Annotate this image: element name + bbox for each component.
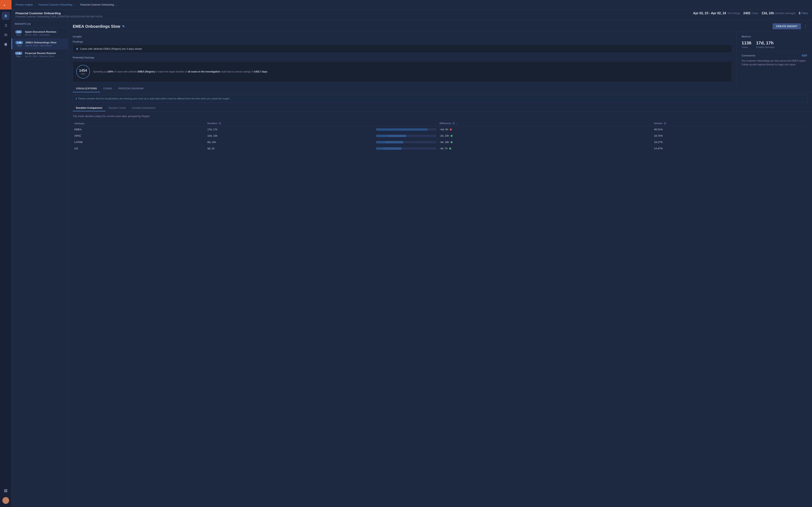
finding-text: Cases with attribute EMEA (Region) are 4…	[80, 47, 142, 50]
cases-stat: 2402 Cases	[744, 11, 758, 15]
tab-cases[interactable]: CASES	[100, 85, 115, 92]
metrics-label: Metrics	[742, 35, 807, 38]
table-header: Attribute Duration ⓘ Difference ⓘ ↓	[73, 121, 807, 126]
savings-box: 1454 days Speeding up 100% of cases with…	[73, 61, 732, 82]
insight-section: Insight Findings Cases with attribute EM…	[68, 32, 737, 85]
volume-info-icon: ⓘ	[664, 122, 666, 125]
table-row: LATAM 8d, 14h -4d, 19h 18.27%	[73, 139, 807, 146]
cell-bar	[374, 139, 438, 146]
insight-info-spain: Spain Document Reviews Apr 02, 2024 · Jo…	[25, 30, 56, 36]
breadcrumb-sep-1: ›	[35, 3, 36, 6]
cases-value: 2402	[744, 11, 751, 15]
filters-value: 3	[799, 11, 800, 15]
insight-meta-emea: Apr 02, 2024 · Sam Knecht	[26, 44, 56, 47]
appian-logo[interactable]: a	[0, 0, 11, 9]
create-insight-button[interactable]: CREATE INSIGHT	[772, 23, 801, 29]
time-range-stat: Apr 02, 23 - Apr 02, 24 Time Range	[693, 11, 740, 15]
filters-label[interactable]: Filters	[802, 12, 808, 15]
insight-badge-spain: 115 Days	[15, 30, 22, 36]
info-bar: ℹ Please consider that the visualization…	[73, 95, 807, 102]
sort-icon[interactable]: ↓	[456, 122, 458, 125]
cell-volume: 18.74%	[652, 133, 807, 139]
insight-item-emea[interactable]: 1.4k Days EMEA Onboardings Slow Apr 02, …	[11, 39, 68, 49]
findings-box: Cases with attribute EMEA (Region) are 4…	[73, 45, 732, 53]
duration-info-icon: ⓘ	[219, 122, 221, 125]
insight-badge-num-emea: 1.4k	[15, 41, 23, 44]
insight-name-spain: Spain Document Reviews	[25, 30, 56, 33]
cell-bar	[374, 133, 438, 139]
insight-detail-title: EMEA Onboardings Slow ✎	[73, 24, 125, 29]
shield-icon[interactable]	[2, 40, 10, 48]
metric-cases-label: Cases	[742, 46, 751, 48]
comment-text: Our customer onboardings are slow across…	[742, 59, 807, 66]
chart-area: The mean duration (days) for current cas…	[68, 112, 812, 507]
page-title: Financial Customer Onboarding	[15, 11, 102, 15]
insight-badge-unit-emea: Days	[17, 45, 21, 47]
tab-process-diagram[interactable]: PROCESS DIAGRAM	[115, 85, 147, 92]
finding-dot	[76, 48, 78, 50]
filters-stat: 3 Filters	[799, 11, 808, 15]
col-volume: Volume ⓘ	[652, 121, 807, 126]
duration-comparison-table: Attribute Duration ⓘ Difference ⓘ ↓	[73, 121, 807, 152]
duration-value: 13d, 10h	[761, 11, 774, 15]
viz-tab-duration-trend[interactable]: Duration Trend	[105, 105, 129, 111]
cell-duration: 10d, 10h	[206, 133, 374, 139]
insights-header: INSIGHTS (3)	[11, 20, 68, 28]
savings-days-unit: days	[81, 73, 85, 75]
cell-volume: 14.47%	[652, 146, 807, 152]
duration-stat: 13d, 10h Duration (Average)	[761, 11, 795, 15]
list-icon[interactable]	[2, 31, 10, 39]
svg-rect-2	[4, 34, 7, 34]
insight-item-spain[interactable]: 115 Days Spain Document Reviews Apr 02, …	[11, 28, 68, 39]
header-stats: Apr 02, 23 - Apr 02, 24 Time Range 2402 …	[693, 11, 808, 15]
cell-difference: -4d, 19h	[438, 139, 652, 146]
insight-badge-unit-spain: Days	[16, 34, 21, 36]
cell-difference: -4d, 7h	[438, 146, 652, 152]
tab-visualizations[interactable]: VISUALIZATIONS	[73, 85, 100, 92]
comments-block: Comments EDIT Our customer onboardings a…	[742, 54, 807, 66]
breadcrumb-process-insights[interactable]: Process Insights	[15, 3, 33, 6]
finding-item: Cases with attribute EMEA (Region) are 4…	[76, 47, 728, 50]
svg-rect-8	[6, 491, 7, 492]
insight-item-financial[interactable]: 1.3k Days Financial Review Rework Apr 02…	[11, 49, 68, 60]
insight-section-title: Insight	[73, 35, 732, 38]
right-panel: EMEA Onboardings Slow ✎ CREATE INSIGHT ⋮…	[68, 20, 812, 507]
potential-savings-label: Potential Savings	[73, 56, 732, 59]
table-row: US 9d, 2h -4d, 7h 14.47%	[73, 146, 807, 152]
cell-duration: 17d, 17h	[206, 126, 374, 133]
edit-comments-button[interactable]: EDIT	[802, 54, 807, 57]
user-avatar[interactable]	[2, 497, 9, 504]
savings-circle: 1454 days	[76, 65, 90, 78]
info-icon: ℹ	[76, 97, 77, 100]
findings-label: Findings	[73, 40, 732, 43]
page-subtitle: Financial Customer Onboarding CASE_DURAT…	[15, 15, 102, 18]
main-content: Process Insights › Financial Customer On…	[11, 0, 812, 507]
grid-icon[interactable]	[2, 487, 10, 495]
time-range-label: Time Range	[727, 12, 740, 15]
diff-dot	[451, 135, 453, 137]
col-duration: Duration ⓘ	[206, 121, 374, 126]
more-options-icon[interactable]: ⋮	[803, 24, 807, 29]
insights-panel: INSIGHTS (3) 115 Days Spain Document Rev…	[11, 20, 68, 507]
edit-title-icon[interactable]: ✎	[122, 24, 125, 28]
metric-duration: 17d, 17h Duration (Average)	[756, 40, 774, 48]
viz-tabs: Duration Comparison Duration Trend Durat…	[68, 105, 812, 112]
col-difference: Difference ⓘ ↓	[438, 121, 652, 126]
viz-tab-duration-distribution[interactable]: Duration Distribution	[129, 105, 159, 111]
insight-badge-num-spain: 115	[15, 30, 22, 34]
viz-tab-duration-comparison[interactable]: Duration Comparison	[73, 105, 105, 111]
table-row: APAC 10d, 10h -2d, 23h 18.74%	[73, 133, 807, 139]
cell-attribute: APAC	[73, 133, 206, 139]
insight-name-financial: Financial Review Rework	[25, 52, 56, 55]
metrics-row: 1136 Cases 17d, 17h Duration (Average)	[742, 40, 807, 48]
home-icon[interactable]	[2, 12, 10, 20]
cell-duration: 9d, 2h	[206, 146, 374, 152]
cell-bar	[374, 126, 438, 133]
info-bar-text: Please consider that the visualizations …	[78, 97, 230, 100]
metric-duration-label: Duration (Average)	[756, 46, 774, 48]
metric-cases: 1136 Cases	[742, 40, 751, 48]
svg-text:a: a	[4, 4, 5, 6]
insight-name-emea: EMEA Onboardings Slow	[26, 41, 56, 44]
breadcrumb-financial-onboarding[interactable]: Financial Customer Onboarding....	[39, 3, 75, 6]
refresh-icon[interactable]	[2, 21, 10, 29]
